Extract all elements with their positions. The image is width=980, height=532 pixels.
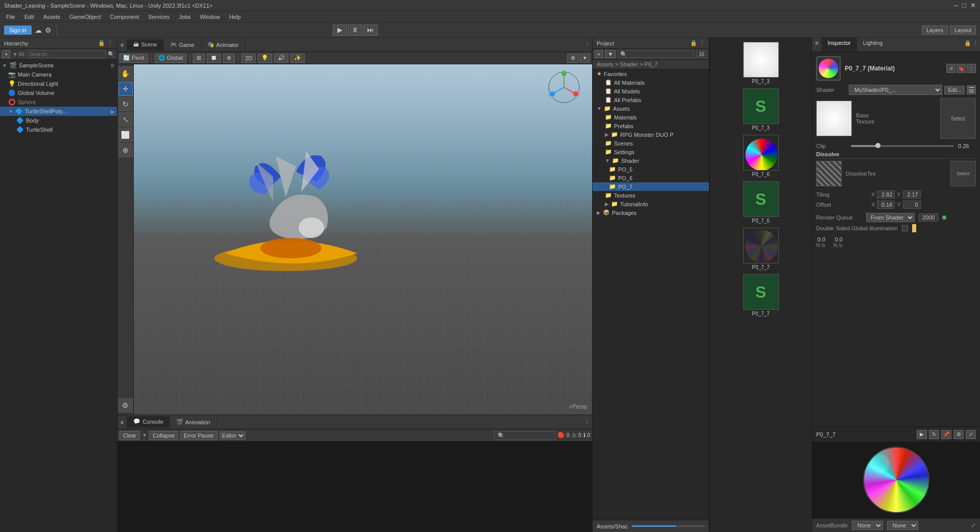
scene-menu[interactable]: ⋮ bbox=[582, 39, 592, 50]
layout-dropdown[interactable]: Layout bbox=[950, 26, 976, 35]
tab-lighting[interactable]: Lighting bbox=[857, 38, 889, 52]
menu-assets[interactable]: Assets bbox=[39, 13, 64, 21]
lock-icon[interactable]: 🔒 bbox=[690, 40, 697, 46]
tab-console[interactable]: 💬 Console bbox=[127, 416, 169, 428]
hierarchy-filter[interactable]: ▼ All bbox=[12, 52, 24, 57]
asset-p076-shader[interactable]: S P0_7_6 bbox=[714, 181, 807, 224]
scene-gizmo[interactable]: Y X Z bbox=[546, 69, 587, 110]
hierarchy-search[interactable] bbox=[27, 50, 106, 58]
hierarchy-item-samplescene[interactable]: ▼ 🎬 SampleScene ⚙ bbox=[0, 61, 117, 70]
snap-button[interactable]: 🔲 bbox=[207, 54, 221, 63]
step-button[interactable]: ⏭ bbox=[363, 25, 378, 36]
settings-icon[interactable]: ⚙ bbox=[45, 26, 52, 34]
hierarchy-item-sphere[interactable]: ⭕ Sphere bbox=[0, 98, 117, 107]
shader-folder[interactable]: ▼ 📁 Shader bbox=[593, 156, 709, 165]
aspect-button[interactable]: ▾ bbox=[580, 54, 590, 63]
play-button[interactable]: ▶ bbox=[333, 25, 347, 36]
transform-tool[interactable]: ⊕ bbox=[118, 143, 133, 157]
materials-folder[interactable]: 📁 Materials bbox=[593, 113, 709, 122]
menu-icon[interactable]: ⋮ bbox=[967, 64, 976, 73]
expand-preview-button[interactable]: ⤢ bbox=[966, 430, 976, 439]
slider-thumb[interactable] bbox=[875, 143, 880, 148]
asset-p073-texture[interactable]: P0_7_3 bbox=[714, 42, 807, 84]
grid-button[interactable]: ⊞ bbox=[193, 54, 205, 63]
variant-dropdown[interactable]: None bbox=[887, 521, 918, 530]
hierarchy-item-turtleshell[interactable]: ▼ 🔷 TurtleShellPoly… ▶ bbox=[0, 107, 117, 116]
minimize-button[interactable]: ─ bbox=[953, 2, 958, 9]
more-icon[interactable]: ⋮ bbox=[107, 40, 113, 46]
menu-gameobject[interactable]: GameObject bbox=[65, 13, 105, 21]
hand-tool[interactable]: ✋ bbox=[118, 66, 133, 81]
asset-p077-texture[interactable]: P0_7_7 bbox=[714, 228, 807, 270]
hierarchy-item-globalvolume[interactable]: 🔵 Global Volume bbox=[0, 88, 117, 98]
maximize-button[interactable]: □ bbox=[962, 2, 966, 9]
open-icon[interactable]: ↗ bbox=[946, 64, 955, 73]
hierarchy-item-turtleshell2[interactable]: 🔷 TurtleShell bbox=[0, 125, 117, 134]
editor-dropdown[interactable]: Editor bbox=[219, 431, 246, 440]
more-icon[interactable]: ⋮ bbox=[972, 40, 978, 50]
expand-icon[interactable]: ⤢ bbox=[971, 522, 976, 529]
rpg-monster-folder[interactable]: ▶ 📁 RPG Monster DUO P bbox=[593, 130, 709, 139]
signin-button[interactable]: Sign in bbox=[4, 26, 32, 35]
view-dropdown[interactable]: ⊕ bbox=[567, 54, 579, 63]
clear-button[interactable]: Clear bbox=[119, 431, 140, 440]
tab-animator[interactable]: 🎭 Animator bbox=[201, 39, 246, 50]
fx-button[interactable]: ✨ bbox=[290, 54, 305, 63]
asset-p077-shader[interactable]: S P0_7_7 bbox=[714, 274, 807, 317]
po5-folder[interactable]: 📁 PO_5 bbox=[593, 165, 709, 174]
cloud-icon[interactable]: ☁ bbox=[35, 26, 42, 34]
clip-slider[interactable] bbox=[851, 145, 954, 147]
scenes-folder[interactable]: 📁 Scenes bbox=[593, 139, 709, 148]
play-preview-button[interactable]: ▶ bbox=[917, 430, 927, 439]
scene-viewport[interactable]: ✋ ✛ ↻ ⤡ ⬜ ⊕ ⚙ Y bbox=[117, 64, 592, 415]
lock-icon[interactable]: 🔒 bbox=[964, 40, 971, 50]
close-button[interactable]: ✕ bbox=[970, 2, 976, 9]
asset-bundle-dropdown[interactable]: None bbox=[852, 521, 883, 530]
add-hierarchy-button[interactable]: + bbox=[2, 50, 10, 58]
clear-dropdown[interactable]: ▼ bbox=[142, 432, 147, 438]
tab-game[interactable]: 🎮 Game bbox=[164, 39, 201, 50]
error-pause-button[interactable]: Error Pause bbox=[180, 431, 217, 440]
all-materials-item[interactable]: 📋 All Materials bbox=[593, 78, 709, 87]
shader-menu-icon[interactable]: ☰ bbox=[967, 85, 976, 94]
move-tool[interactable]: ✛ bbox=[118, 82, 133, 96]
hierarchy-item-maincamera[interactable]: 📷 Main Camera bbox=[0, 70, 117, 79]
global-button[interactable]: 🌐 Global bbox=[155, 54, 187, 63]
settings-icon[interactable]: ⚙ bbox=[110, 63, 115, 68]
menu-help[interactable]: Help bbox=[225, 13, 245, 21]
edit-button[interactable]: Edit... bbox=[944, 86, 965, 94]
po7-folder[interactable]: 📁 PO_7 bbox=[593, 182, 709, 191]
layers-dropdown[interactable]: Layers bbox=[922, 26, 948, 35]
dsgil-checkbox[interactable] bbox=[902, 225, 908, 231]
menu-edit[interactable]: Edit bbox=[20, 13, 38, 21]
settings-folder[interactable]: 📁 Settings bbox=[593, 148, 709, 156]
project-search[interactable] bbox=[618, 50, 694, 58]
2d-button[interactable]: 2D bbox=[241, 54, 256, 63]
select-button[interactable]: Select bbox=[940, 98, 976, 139]
audio-button[interactable]: 🔊 bbox=[274, 54, 288, 63]
menu-window[interactable]: Window bbox=[196, 13, 224, 21]
packages-folder[interactable]: ▶ 📦 Packages bbox=[593, 208, 709, 217]
custom-tool[interactable]: ⚙ bbox=[118, 398, 133, 413]
tab-inspector[interactable]: Inspector bbox=[821, 38, 856, 52]
pause-button[interactable]: ⏸ bbox=[348, 25, 362, 36]
textures-folder[interactable]: 📁 Textures bbox=[593, 191, 709, 200]
all-prefabs-item[interactable]: 📋 All Prefabs bbox=[593, 95, 709, 104]
asset-p076-texture[interactable]: P0_7_6 bbox=[714, 135, 807, 177]
tutorialinfo-folder[interactable]: ▶ 📁 TutorialInfo bbox=[593, 200, 709, 208]
menu-file[interactable]: File bbox=[2, 13, 19, 21]
shader-dropdown[interactable]: MyShader/P0_... bbox=[849, 85, 942, 95]
dissolve-select-button[interactable]: Select bbox=[950, 161, 976, 186]
tab-animation[interactable]: 🎬 Animation bbox=[170, 417, 217, 427]
rotate-preview-button[interactable]: ↻ bbox=[929, 430, 939, 439]
bookmark-icon[interactable]: 🔖 bbox=[957, 64, 966, 73]
rect-tool[interactable]: ⬜ bbox=[118, 128, 133, 142]
pivot-button[interactable]: 🔄 Pivot bbox=[119, 54, 148, 63]
collapse-button[interactable]: Collapse bbox=[149, 431, 178, 440]
console-search[interactable] bbox=[494, 431, 555, 440]
mode-button[interactable]: ⊕ bbox=[223, 54, 235, 63]
hierarchy-item-directionallight[interactable]: 💡 Directional Light bbox=[0, 79, 117, 88]
console-menu[interactable]: ⋮ bbox=[582, 417, 592, 427]
more-icon[interactable]: ▶ bbox=[111, 109, 115, 114]
light-button[interactable]: 💡 bbox=[258, 54, 272, 63]
